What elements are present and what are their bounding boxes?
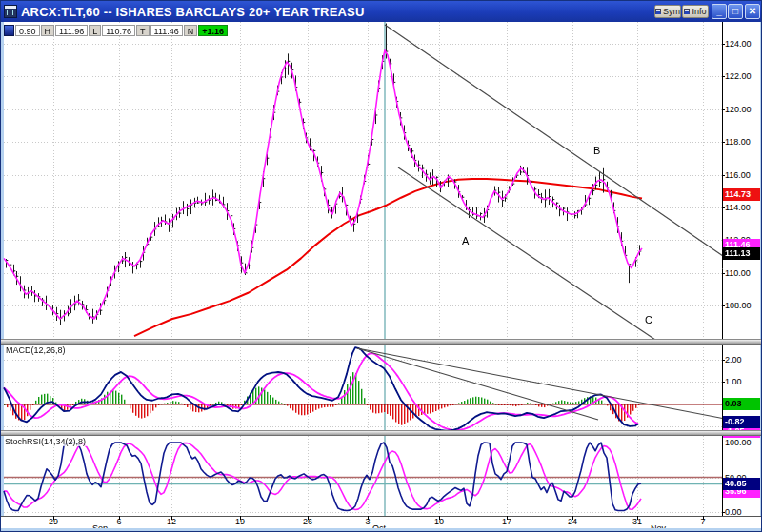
info-button-label: Info	[692, 7, 706, 16]
app-icon	[4, 5, 17, 18]
price-badge: 114.73	[723, 188, 760, 201]
info-button-icon	[684, 9, 690, 14]
quote-low-value: 110.76	[102, 25, 135, 36]
sym-button[interactable]: Sym	[654, 5, 681, 18]
quote-high-value: 111.96	[55, 25, 88, 36]
price-badge: 111.13	[723, 247, 760, 260]
quote-low-label: L	[89, 25, 101, 36]
chart-window: ARCX:TLT,60 -- ISHARES BARCLAYS 20+ YEAR…	[0, 0, 762, 532]
quote-net-label: N	[184, 25, 198, 36]
price-badge: 0.03	[723, 398, 760, 410]
window-title: ARCX:TLT,60 -- ISHARES BARCLAYS 20+ YEAR…	[21, 5, 365, 19]
quote-icon	[4, 25, 14, 36]
panel-separator-2[interactable]	[1, 430, 762, 436]
sym-button-label: Sym	[663, 7, 680, 16]
quote-open-value: 0.90	[15, 25, 40, 36]
maximize-icon: □	[732, 7, 738, 16]
title-bar[interactable]: ARCX:TLT,60 -- ISHARES BARCLAYS 20+ YEAR…	[1, 1, 762, 22]
annotation-b: B	[593, 145, 600, 156]
quote-last-label: T	[136, 25, 150, 36]
annotation-a: A	[462, 235, 469, 246]
stoch-label: StochRSI(14,34(2),8)	[4, 437, 87, 446]
sym-button-icon	[655, 9, 661, 14]
close-button[interactable]: ✕	[745, 4, 760, 19]
chart-canvas[interactable]	[1, 1, 762, 532]
annotation-c: C	[645, 314, 652, 325]
minimize-button[interactable]: _	[712, 4, 727, 19]
quote-bar: 0.90 H 111.96 L 110.76 T 111.46 N +1.16	[4, 25, 228, 36]
bottom-strip	[1, 528, 762, 532]
macd-label: MACD(12,26,8)	[5, 345, 67, 355]
minimize-icon: _	[716, 7, 722, 16]
quote-net-change: +1.16	[198, 25, 228, 36]
panel-separator-1[interactable]	[1, 339, 762, 345]
maximize-button[interactable]: □	[728, 4, 743, 19]
price-badge: 40.85	[723, 478, 760, 490]
price-badge: -0.82	[723, 416, 760, 428]
close-icon: ✕	[749, 7, 756, 16]
quote-last-value: 111.46	[150, 25, 183, 36]
info-button[interactable]: Info	[682, 5, 709, 18]
quote-high-label: H	[41, 25, 55, 36]
